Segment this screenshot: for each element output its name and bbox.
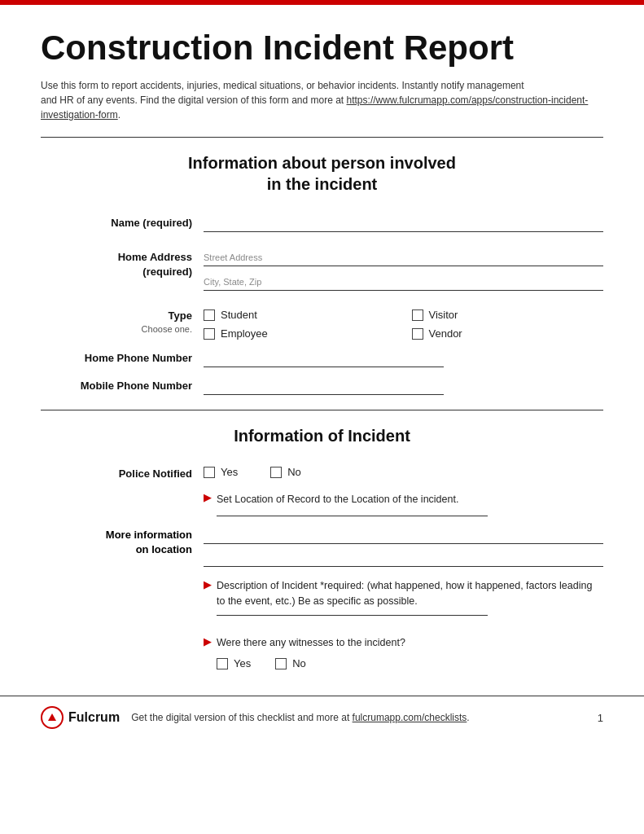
fulcrum-brand-name: Fulcrum — [68, 710, 120, 725]
location-info-input-2[interactable] — [204, 549, 603, 567]
mobile-phone-input-area — [204, 377, 603, 395]
description-note-content: Description of Incident *required: (what… — [217, 578, 603, 617]
name-input[interactable] — [204, 214, 603, 232]
page-number: 1 — [598, 712, 603, 724]
type-checkboxes: Student Visitor Employee Vendor — [204, 307, 603, 340]
section-person-info: Information about person involvedin the … — [41, 152, 603, 395]
checkbox-box-student — [204, 309, 215, 321]
witnesses-row: ▶ Were there any witnesses to the incide… — [41, 635, 603, 669]
footer-text: Get the digital version of this checklis… — [131, 712, 470, 723]
location-note-content: Set Location of Record to the Location o… — [217, 491, 603, 516]
witness-yes[interactable]: Yes — [217, 657, 251, 669]
checkbox-vendor[interactable]: Vendor — [412, 327, 604, 340]
name-label: Name (required) — [41, 214, 204, 230]
footer: Fulcrum Get the digital version of this … — [0, 696, 644, 739]
checkbox-visitor[interactable]: Visitor — [412, 309, 604, 321]
checkbox-box-witness-yes — [217, 658, 228, 669]
name-input-area — [204, 214, 603, 239]
checkbox-student[interactable]: Student — [204, 309, 396, 321]
more-info-row: More informationon location — [41, 526, 603, 572]
section-divider-2 — [41, 410, 603, 410]
type-label: Type Choose one. — [41, 307, 204, 336]
city-input[interactable] — [204, 273, 603, 291]
mobile-phone-label: Mobile Phone Number — [41, 377, 204, 393]
fulcrum-circle-icon — [41, 706, 64, 729]
location-note-row: ▶ Set Location of Record to the Location… — [41, 491, 603, 516]
more-info-inputs — [204, 526, 603, 572]
checkbox-grid: Student Visitor Employee Vendor — [204, 307, 603, 340]
checkbox-box-vendor — [412, 328, 423, 340]
police-notified-checkboxes: Yes No — [204, 466, 603, 478]
street-input[interactable] — [204, 248, 603, 266]
home-phone-input-area — [204, 349, 603, 367]
checkbox-box-visitor — [412, 309, 423, 321]
police-no[interactable]: No — [270, 466, 301, 478]
page: Construction Incident Report Use this fo… — [0, 0, 644, 834]
red-arrow-description: ▶ — [204, 578, 212, 590]
address-label: Home Address(required) — [41, 248, 204, 279]
description-note-row: ▶ Description of Incident *required: (wh… — [41, 578, 603, 626]
witness-checkboxes: Yes No — [217, 657, 603, 669]
home-phone-row: Home Phone Number — [41, 349, 603, 367]
checkbox-box-police-yes — [204, 467, 215, 478]
checkbox-box-employee — [204, 328, 215, 340]
section-divider-1 — [41, 137, 603, 138]
checkbox-box-police-no — [270, 467, 282, 478]
address-row: Home Address(required) — [41, 248, 603, 297]
witnesses-content: Were there any witnesses to the incident… — [217, 635, 603, 669]
name-row: Name (required) — [41, 214, 603, 239]
fulcrum-triangle-icon — [46, 712, 58, 723]
svg-marker-0 — [48, 713, 56, 721]
section2-title: Information of Incident — [41, 425, 603, 446]
home-phone-label: Home Phone Number — [41, 349, 204, 366]
mobile-phone-input[interactable] — [204, 377, 444, 395]
mobile-phone-row: Mobile Phone Number — [41, 377, 603, 395]
page-title: Construction Incident Report — [41, 29, 603, 67]
address-input-area — [204, 248, 603, 297]
home-phone-input[interactable] — [204, 349, 444, 367]
more-info-label: More informationon location — [41, 526, 204, 557]
section-incident-info: Information of Incident Police Notified … — [41, 425, 603, 669]
type-row: Type Choose one. Student Visitor — [41, 307, 603, 340]
footer-link[interactable]: fulcrumapp.com/checklists — [353, 712, 467, 723]
police-notified-row: Police Notified Yes No — [41, 466, 603, 480]
police-notified-label: Police Notified — [41, 466, 204, 480]
red-arrow-witnesses: ▶ — [204, 635, 212, 647]
description-text: Use this form to report accidents, injur… — [41, 78, 603, 122]
red-arrow-location: ▶ — [204, 491, 212, 503]
checkbox-employee[interactable]: Employee — [204, 327, 396, 340]
fulcrum-logo: Fulcrum — [41, 706, 120, 729]
checkbox-box-witness-no — [275, 658, 287, 669]
witness-no[interactable]: No — [275, 657, 306, 669]
location-info-input-1[interactable] — [204, 526, 603, 544]
section1-title: Information about person involvedin the … — [41, 152, 603, 195]
police-yes[interactable]: Yes — [204, 466, 238, 478]
